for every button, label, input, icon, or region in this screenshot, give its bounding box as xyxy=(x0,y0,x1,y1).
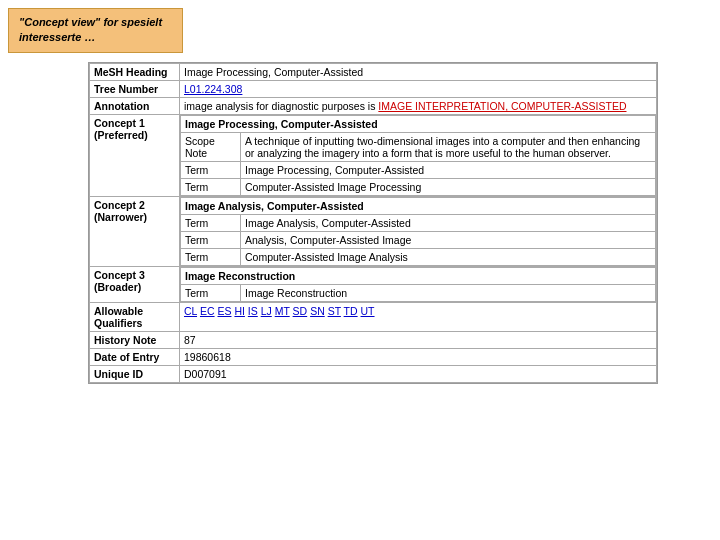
concept-heading-row: Image Processing, Computer-Assisted xyxy=(181,116,656,133)
row-label: Concept 3(Broader) xyxy=(90,267,180,303)
qualifier-link[interactable]: TD xyxy=(344,305,358,317)
sub-label: Term xyxy=(181,162,241,179)
sub-value: Computer-Assisted Image Analysis xyxy=(241,249,656,266)
qualifier-link[interactable]: SD xyxy=(293,305,308,317)
row-value: 87 xyxy=(180,332,657,349)
row-label: Date of Entry xyxy=(90,349,180,366)
row-value: Image Processing, Computer-Assisted Scop… xyxy=(180,115,657,197)
sub-label: Term xyxy=(181,215,241,232)
qualifier-link[interactable]: HI xyxy=(234,305,245,317)
qualifier-link[interactable]: MT xyxy=(275,305,290,317)
sub-value: Image Reconstruction xyxy=(241,285,656,302)
row-value: 19860618 xyxy=(180,349,657,366)
qualifier-link[interactable]: ES xyxy=(217,305,231,317)
row-value: Image Processing, Computer-Assisted xyxy=(180,64,657,81)
qualifier-link[interactable]: CL xyxy=(184,305,197,317)
row-label: MeSH Heading xyxy=(90,64,180,81)
sub-label: Term xyxy=(181,179,241,196)
qualifier-link[interactable]: IS xyxy=(248,305,258,317)
row-value: L01.224.308 xyxy=(180,81,657,98)
sub-value: A technique of inputting two-dimensional… xyxy=(241,133,656,162)
row-label: AllowableQualifiers xyxy=(90,303,180,332)
qualifiers-row: AllowableQualifiers CL EC ES HI IS LJ MT… xyxy=(90,303,657,332)
sub-row: Term Computer-Assisted Image Analysis xyxy=(181,249,656,266)
row-value: Image Reconstruction Term Image Reconstr… xyxy=(180,267,657,303)
table-row: Tree Number L01.224.308 xyxy=(90,81,657,98)
row-label: Concept 2(Narrower) xyxy=(90,197,180,267)
sub-value: Analysis, Computer-Assisted Image xyxy=(241,232,656,249)
sub-row: ScopeNote A technique of inputting two-d… xyxy=(181,133,656,162)
row-value: CL EC ES HI IS LJ MT SD SN ST TD UT xyxy=(180,303,657,332)
concept-row: Concept 3(Broader) Image Reconstruction … xyxy=(90,267,657,303)
row-label: Annotation xyxy=(90,98,180,115)
table-row: History Note 87 xyxy=(90,332,657,349)
qualifier-link[interactable]: SN xyxy=(310,305,325,317)
table-row: MeSH Heading Image Processing, Computer-… xyxy=(90,64,657,81)
qualifier-link[interactable]: ST xyxy=(328,305,341,317)
sub-value: Image Processing, Computer-Assisted xyxy=(241,162,656,179)
concept-heading: Image Reconstruction xyxy=(181,268,656,285)
sub-row: Term Image Reconstruction xyxy=(181,285,656,302)
row-label: Tree Number xyxy=(90,81,180,98)
header-note: "Concept view" for spesielt interesserte… xyxy=(8,8,183,53)
qualifier-link[interactable]: LJ xyxy=(261,305,272,317)
sub-value: Computer-Assisted Image Processing xyxy=(241,179,656,196)
concept-heading-row: Image Analysis, Computer-Assisted xyxy=(181,198,656,215)
concept-heading-row: Image Reconstruction xyxy=(181,268,656,285)
concept-heading: Image Analysis, Computer-Assisted xyxy=(181,198,656,215)
sub-row: Term Computer-Assisted Image Processing xyxy=(181,179,656,196)
main-table-container: MeSH Heading Image Processing, Computer-… xyxy=(88,62,658,384)
row-label: Unique ID xyxy=(90,366,180,383)
row-label: History Note xyxy=(90,332,180,349)
concept-row: Concept 2(Narrower) Image Analysis, Comp… xyxy=(90,197,657,267)
sub-row: Term Analysis, Computer-Assisted Image xyxy=(181,232,656,249)
sub-row: Term Image Analysis, Computer-Assisted xyxy=(181,215,656,232)
sub-value: Image Analysis, Computer-Assisted xyxy=(241,215,656,232)
concept-row: Concept 1(Preferred) Image Processing, C… xyxy=(90,115,657,197)
annotation-link[interactable]: IMAGE INTERPRETATION, COMPUTER-ASSISTED xyxy=(378,100,626,112)
sub-label: Term xyxy=(181,285,241,302)
table-row: Unique ID D007091 xyxy=(90,366,657,383)
sub-row: Term Image Processing, Computer-Assisted xyxy=(181,162,656,179)
qualifier-link[interactable]: EC xyxy=(200,305,215,317)
row-label: Concept 1(Preferred) xyxy=(90,115,180,197)
row-value: image analysis for diagnostic purposes i… xyxy=(180,98,657,115)
tree-number-link[interactable]: L01.224.308 xyxy=(184,83,242,95)
mesh-table: MeSH Heading Image Processing, Computer-… xyxy=(89,63,657,383)
qualifier-link[interactable]: UT xyxy=(361,305,375,317)
table-row: Annotation image analysis for diagnostic… xyxy=(90,98,657,115)
row-value: Image Analysis, Computer-Assisted Term I… xyxy=(180,197,657,267)
sub-label: Term xyxy=(181,232,241,249)
sub-label: Term xyxy=(181,249,241,266)
table-row: Date of Entry 19860618 xyxy=(90,349,657,366)
row-value: D007091 xyxy=(180,366,657,383)
concept-heading: Image Processing, Computer-Assisted xyxy=(181,116,656,133)
sub-label: ScopeNote xyxy=(181,133,241,162)
